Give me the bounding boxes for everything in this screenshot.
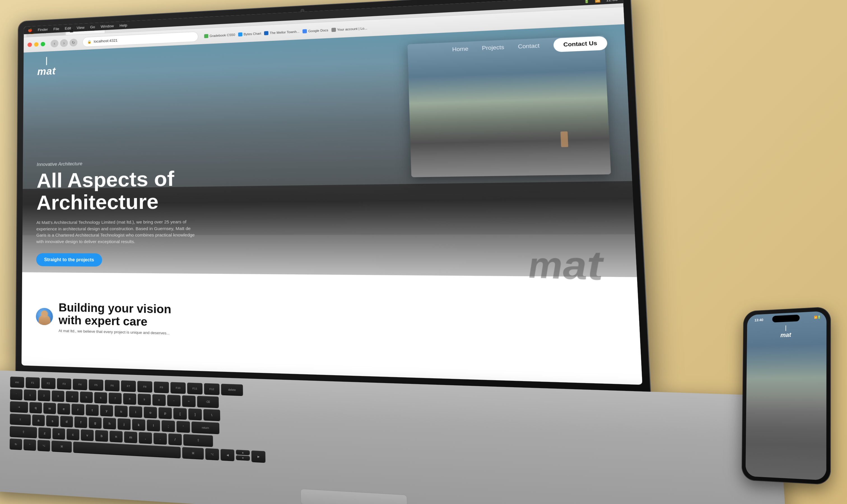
bookmark-1[interactable]: Gradebook CS50 (204, 33, 235, 38)
key-backslash[interactable]: \ (204, 409, 220, 420)
key-fn[interactable]: fn (10, 438, 22, 450)
key-slash[interactable]: / (168, 433, 182, 445)
bookmark-4[interactable]: Google Docs (302, 28, 328, 33)
key-shift-right[interactable]: ⇧ (183, 434, 213, 446)
forward-button[interactable]: › (60, 39, 68, 47)
key-f5[interactable]: F5 (89, 379, 103, 390)
key-f[interactable]: f (74, 416, 87, 428)
bookmark-2[interactable]: Bytes Chart (238, 31, 261, 36)
close-button[interactable] (28, 42, 32, 47)
key-v[interactable]: v (81, 429, 93, 440)
key-f9[interactable]: F9 (154, 381, 169, 393)
key-f12[interactable]: F12 (204, 383, 219, 395)
menu-edit[interactable]: Edit (65, 26, 71, 31)
key-h[interactable]: h (103, 417, 116, 429)
menu-finder[interactable]: Finder (38, 27, 48, 32)
key-equals[interactable]: = (182, 395, 195, 407)
key-j[interactable]: j (118, 418, 131, 430)
key-delete[interactable]: delete (221, 383, 243, 395)
key-9[interactable]: 9 (138, 394, 151, 405)
key-q[interactable]: q (30, 402, 42, 413)
key-m[interactable]: m (124, 431, 137, 443)
key-g[interactable]: g (89, 417, 102, 428)
key-cmd-left[interactable]: ⌘ (52, 440, 72, 452)
menu-go[interactable]: Go (90, 25, 95, 29)
key-quote[interactable]: ' (176, 421, 190, 432)
key-f4[interactable]: F4 (73, 379, 87, 390)
key-l[interactable]: l (147, 419, 160, 431)
key-alt-right[interactable]: ⌥ (205, 448, 219, 460)
nav-projects[interactable]: Projects (482, 44, 504, 51)
maximize-button[interactable] (41, 42, 45, 46)
hero-cta-button[interactable]: Straight to the projects (36, 253, 102, 267)
menu-help[interactable]: Help (120, 23, 127, 28)
minimize-button[interactable] (34, 42, 39, 47)
key-w[interactable]: w (43, 403, 56, 414)
key-lbracket[interactable]: [ (173, 408, 187, 419)
key-u[interactable]: u (114, 406, 128, 417)
key-semicolon[interactable]: ; (162, 420, 175, 432)
key-f10[interactable]: F10 (170, 382, 186, 393)
key-2[interactable]: 2 (38, 390, 50, 401)
key-6[interactable]: 6 (94, 392, 107, 403)
menu-window[interactable]: Window (101, 24, 114, 29)
back-button[interactable]: ‹ (51, 39, 58, 48)
key-k[interactable]: k (132, 419, 145, 430)
bookmark-5[interactable]: Your account | Lo... (331, 26, 367, 32)
key-f6[interactable]: F6 (105, 380, 120, 391)
key-8[interactable]: 8 (123, 393, 136, 404)
key-n[interactable]: n (109, 431, 123, 442)
key-3[interactable]: 3 (52, 390, 65, 401)
menu-file[interactable]: File (53, 26, 59, 31)
nav-contact[interactable]: Contact (518, 42, 540, 50)
key-f7[interactable]: F7 (121, 380, 136, 392)
key-esc[interactable]: esc (10, 377, 24, 388)
key-alt-left[interactable]: ⌥ (37, 440, 50, 451)
address-bar[interactable]: 🔒 localhost:4321 (82, 31, 198, 47)
trackpad[interactable] (300, 489, 407, 504)
key-y[interactable]: y (100, 405, 113, 416)
key-4[interactable]: 4 (66, 391, 79, 402)
key-d[interactable]: d (60, 416, 73, 427)
key-r[interactable]: r (71, 404, 84, 415)
key-ctrl[interactable]: ⌃ (23, 439, 36, 450)
key-z[interactable]: z (38, 427, 51, 438)
key-arrow-left[interactable]: ◀ (220, 449, 234, 461)
nav-cta-button[interactable]: Contact Us (553, 36, 607, 52)
key-f1[interactable]: F1 (25, 377, 40, 388)
key-rbracket[interactable]: ] (188, 408, 202, 420)
key-f8[interactable]: F8 (137, 381, 152, 392)
key-f11[interactable]: F11 (187, 382, 202, 394)
key-5[interactable]: 5 (80, 392, 93, 402)
key-f3[interactable]: F3 (57, 378, 71, 389)
menu-view[interactable]: View (77, 25, 85, 30)
key-b[interactable]: b (95, 430, 108, 441)
key-tab[interactable]: ⇥ (10, 401, 28, 412)
key-1[interactable]: 1 (24, 390, 36, 400)
key-comma[interactable]: , (139, 432, 152, 444)
key-c[interactable]: c (67, 429, 80, 440)
key-minus[interactable]: - (167, 395, 181, 406)
key-f2[interactable]: F2 (41, 377, 55, 389)
reload-button[interactable]: ↻ (69, 38, 77, 47)
key-return[interactable]: return (192, 421, 219, 433)
key-0[interactable]: 0 (152, 394, 166, 406)
key-arrow-right[interactable]: ▶ (251, 451, 266, 462)
key-backspace[interactable]: ⌫ (197, 396, 219, 408)
key-i[interactable]: i (129, 406, 142, 417)
bookmark-3[interactable]: The Mellor Townh... (264, 30, 299, 35)
key-backtick[interactable]: ` (10, 389, 22, 400)
key-shift-left[interactable]: ⇧ (10, 426, 37, 438)
key-p[interactable]: p (159, 407, 172, 418)
key-a[interactable]: a (32, 415, 45, 426)
key-arrow-up[interactable]: ▲ (236, 450, 250, 455)
key-e[interactable]: e (57, 403, 70, 414)
key-cmd-right[interactable]: ⌘ (182, 447, 204, 459)
nav-home[interactable]: Home (452, 46, 469, 53)
key-o[interactable]: o (144, 407, 157, 418)
key-s[interactable]: s (46, 415, 59, 427)
key-x[interactable]: x (52, 428, 65, 439)
key-arrow-down[interactable]: ▼ (236, 455, 250, 461)
key-capslock[interactable]: ⇪ (10, 414, 31, 425)
key-period[interactable]: . (154, 433, 167, 444)
